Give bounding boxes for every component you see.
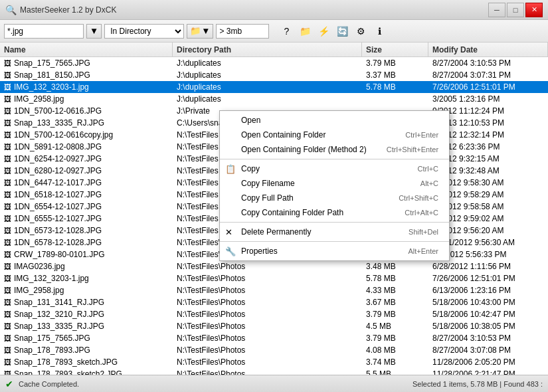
file-row[interactable]: 🖼 IMAG0236.jpg N:\TestFiles\Photos 3.48 … [0,260,548,272]
size-filter-input[interactable] [216,24,269,39]
file-name: 1DN_6518-12-1027.JPG [14,190,102,199]
file-icon: 🖼 [4,322,11,330]
file-name-cell: 🖼 1DN_6447-12-1017.JPG [0,177,173,189]
file-icon: 🖼 [4,59,11,67]
status-bar: ✔ Cache Completed. Selected 1 items, 5.7… [0,375,548,392]
file-row[interactable]: 🖼 Snap_181_8150.JPG J:\duplicates 3.37 M… [0,69,548,81]
file-row[interactable]: 🖼 IMG_132_3203-1.jpg N:\TestFiles\Photos… [0,272,548,284]
file-row[interactable]: 🖼 Snap_175_7565.JPG N:\TestFiles\Photos … [0,332,548,344]
app-icon: 🔍 [5,5,16,15]
file-name: 1DN_6578-12-1028.JPG [14,238,102,247]
file-row[interactable]: 🖼 IMG_132_3203-1.jpg J:\duplicates 5.78 … [0,81,548,93]
file-icon: 🖼 [4,298,11,306]
menu-item-shortcut: Ctrl+Alt+C [405,209,438,217]
menu-separator [220,159,449,159]
file-date-cell: 11/28/2006 2:21:47 PM [428,368,548,375]
file-row[interactable]: 🖼 Snap_178_7893.JPG N:\TestFiles\Photos … [0,344,548,356]
file-name: Snap_175_7565.JPG [14,58,90,68]
file-name-cell: 🖼 Snap_175_7565.JPG [0,332,173,344]
menu-item[interactable]: Open [220,113,449,128]
file-size-cell: 3.79 MB [362,308,428,320]
file-icon: 🖼 [4,262,11,270]
folder-browse-button[interactable]: 📁▼ [187,24,213,39]
file-size-cell: 5.5 MB [362,368,428,375]
file-date-cell: 8/27/2004 3:10:53 PM [428,332,548,344]
file-name: 1DN_6280-12-0927.JPG [14,166,102,175]
file-name-cell: 🖼 1DN_5700-12-0616.JPG [0,105,173,117]
help-button[interactable]: ? [278,23,294,39]
file-size-cell: 3.79 MB [362,57,428,69]
toolbar: ▼ In Directory 📁▼ ? 📁 ⚡ 🔄 ⚙ ℹ [0,20,548,43]
file-row[interactable]: 🖼 Snap_175_7565.JPG J:\duplicates 3.79 M… [0,57,548,69]
file-name: Snap_175_7565.JPG [14,334,90,343]
file-row[interactable]: 🖼 Snap_133_3335_RJ.JPG N:\TestFiles\Phot… [0,320,548,332]
cache-status-text: Cache Completed. [19,380,79,388]
file-icon: 🖼 [4,119,11,127]
file-date-cell: 8/27/2004 3:07:08 PM [428,344,548,356]
menu-item[interactable]: Copy Full Path Ctrl+Shift+C [220,191,449,205]
menu-item-label: Properties [241,246,278,256]
menu-item-shortcut: Alt+C [420,179,438,187]
menu-item-label: Copy Full Path [241,193,294,203]
search-dropdown[interactable]: ▼ [86,24,102,39]
file-icon: 🖼 [4,334,11,342]
menu-item-icon: 📋 [225,164,236,174]
header-date[interactable]: Modify Date [428,43,548,56]
menu-item[interactable]: ✕ Delete Permanently Shift+Del [220,225,449,239]
settings-button[interactable]: ⚙ [353,23,369,39]
maximize-button[interactable]: □ [507,3,524,17]
action-button[interactable]: ⚡ [316,23,331,39]
file-name: 1DN_6555-12-1027.JPG [14,214,102,223]
file-row[interactable]: 🖼 IMG_2958.jpg N:\TestFiles\Photos 4.33 … [0,284,548,296]
header-size[interactable]: Size [362,43,428,56]
file-name: IMG_132_3203-1.jpg [14,82,89,92]
file-icon: 🖼 [4,346,11,354]
file-path-cell: J:\duplicates [173,69,362,81]
menu-item-shortcut: Ctrl+C [418,165,438,173]
menu-item[interactable]: Copy Containing Folder Path Ctrl+Alt+C [220,205,449,220]
file-row[interactable]: 🖼 Snap_132_3210_RJ.JPG N:\TestFiles\Phot… [0,308,548,320]
file-row[interactable]: 🖼 Snap_178_7893_sketch.JPG N:\TestFiles\… [0,356,548,368]
title-bar-left: 🔍 MasterSeeker 1.2 by DxCK [5,5,116,15]
menu-item[interactable]: Open Containing Folder (Method 2) Ctrl+S… [220,142,449,157]
header-name[interactable]: Name [0,43,173,56]
refresh-button[interactable]: 🔄 [334,23,350,39]
file-name-cell: 🖼 Snap_181_8150.JPG [0,69,173,81]
folder-button[interactable]: 📁 [297,23,313,39]
directory-select[interactable]: In Directory [104,24,184,39]
menu-item[interactable]: 🔧 Properties Alt+Enter [220,244,449,258]
file-date-cell: 6/28/2012 1:11:56 PM [428,260,548,272]
file-icon: 🖼 [4,215,11,223]
file-name-cell: 🖼 Snap_131_3141_RJ.JPG [0,296,173,308]
menu-item[interactable]: 📋 Copy Ctrl+C [220,161,449,176]
file-date-cell: 5/18/2006 10:38:05 PM [428,320,548,332]
file-name-cell: 🖼 1DN_6280-12-0927.JPG [0,165,173,177]
info-button[interactable]: ℹ [371,23,387,39]
file-path-cell: J:\duplicates [173,57,362,69]
header-directory[interactable]: Directory Path [173,43,362,56]
file-icon: 🖼 [4,250,11,258]
file-name: IMG_2958.jpg [14,286,64,295]
file-name-cell: 🖼 Snap_178_7893.JPG [0,344,173,356]
menu-item[interactable]: Copy Filename Alt+C [220,176,449,191]
file-row[interactable]: 🖼 Snap_178_7893_sketch2.JPG N:\TestFiles… [0,368,548,375]
file-name-cell: 🖼 IMAG0236.jpg [0,260,173,272]
file-name: 1DN_5700-12-0616copy.jpg [14,130,113,140]
file-name: IMG_2958.jpg [14,94,64,104]
minimize-button[interactable]: ─ [488,3,505,17]
close-button[interactable]: ✕ [525,3,543,17]
file-path-cell: N:\TestFiles\Photos [173,272,362,284]
file-row[interactable]: 🖼 Snap_131_3141_RJ.JPG N:\TestFiles\Phot… [0,296,548,308]
file-name-cell: 🖼 1DN_6254-12-0927.JPG [0,153,173,165]
file-path-cell: N:\TestFiles\Photos [173,356,362,368]
menu-item-shortcut: Ctrl+Enter [405,131,438,139]
file-name: 1DN_6447-12-1017.JPG [14,178,102,187]
file-name-cell: 🖼 IMG_132_3203-1.jpg [0,272,173,284]
menu-item[interactable]: Open Containing Folder Ctrl+Enter [220,128,449,142]
menu-separator [220,241,449,242]
search-input[interactable] [4,24,84,39]
menu-item-label: Open [241,116,260,125]
file-row[interactable]: 🖼 IMG_2958.jpg J:\duplicates 3/2005 1:23… [0,93,548,105]
file-size-cell: 5.78 MB [362,272,428,284]
file-date-cell: 7/26/2006 12:51:01 PM [428,81,548,93]
